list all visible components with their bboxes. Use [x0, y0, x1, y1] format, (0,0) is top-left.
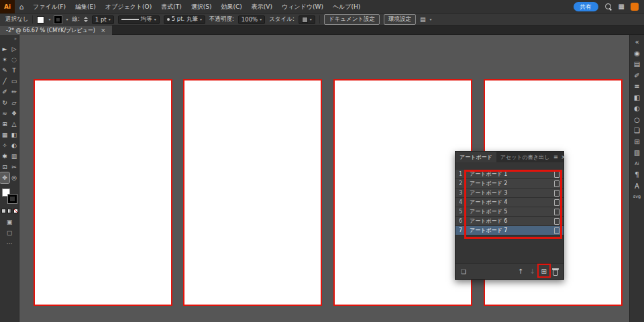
artboard-row-5[interactable]: 5 アートボード 5 [455, 207, 564, 217]
artboard-page-icon[interactable] [554, 180, 559, 187]
menu-file[interactable]: ファイル(F) [28, 0, 70, 13]
gradient-panel-icon[interactable]: ◧ [634, 94, 640, 101]
svg-interactivity-panel-icon[interactable]: svg [633, 193, 641, 201]
layers-panel-icon[interactable]: ❏ [634, 127, 640, 134]
brushes-panel-icon[interactable]: ✐ [634, 72, 639, 79]
column-graph-tool[interactable]: ▥ [9, 151, 19, 162]
direct-selection-tool[interactable]: ▷ [9, 44, 19, 54]
menu-edit[interactable]: 編集(E) [70, 0, 101, 13]
stroke-width-stepper[interactable] [84, 17, 88, 22]
fill-color-swatch[interactable] [37, 16, 44, 23]
opacity-dropdown[interactable]: 100% ▾ [238, 15, 265, 24]
stroke-panel-icon[interactable]: ≡ [634, 83, 639, 90]
color-button[interactable] [1, 209, 6, 213]
artboard-row-2[interactable]: 2 アートボード 2 [455, 179, 564, 189]
stroke-width-dropdown[interactable]: 1 pt ▾ [92, 15, 114, 24]
artboard-page-icon[interactable] [554, 218, 559, 225]
artboard-name[interactable]: アートボード 5 [466, 208, 554, 215]
width-profile-dropdown[interactable]: 均等 ▾ [118, 15, 160, 24]
lasso-tool[interactable]: ◌ [9, 54, 19, 65]
draw-mode-icon[interactable]: ▣ [7, 219, 13, 225]
share-button[interactable]: 共有 [574, 2, 598, 11]
hand-tool[interactable]: ✥ [0, 172, 9, 183]
artboard-name[interactable]: アートボード 6 [466, 217, 554, 225]
move-up-icon[interactable]: ↑ [518, 268, 523, 275]
document-setup-button[interactable]: ドキュメント設定 [324, 14, 380, 25]
line-segment-tool[interactable]: ╱ [0, 76, 9, 87]
document-tab[interactable]: -2* @ 66.67 % (CMYK/プレビュー) × [0, 25, 112, 35]
panel-close-icon[interactable]: × [561, 154, 566, 160]
rectangle-tool[interactable]: ▭ [9, 76, 19, 87]
tab-artboards[interactable]: アートボード [455, 152, 496, 162]
artboard-tool[interactable]: ⊡ [0, 162, 9, 172]
fill-caret-icon[interactable]: ▾ [48, 17, 50, 21]
tab-close-icon[interactable]: × [101, 27, 106, 34]
width-tool[interactable]: ≈ [0, 108, 9, 119]
workspace-switcher-icon[interactable]: ▤ [420, 16, 426, 23]
ai-assistant-panel-icon[interactable]: Ai [635, 160, 639, 168]
more-tools-icon[interactable]: ⋯ [7, 240, 13, 247]
screen-mode-icon[interactable]: ▢ [7, 229, 13, 236]
illustrator-logo-icon[interactable]: Ai [0, 0, 15, 13]
character-panel-icon[interactable]: A [635, 182, 639, 190]
tab-asset-export[interactable]: アセットの書き出し [496, 152, 553, 162]
search-icon[interactable] [604, 3, 612, 11]
free-transform-tool[interactable]: ❖ [9, 108, 19, 119]
brush-definition-dropdown[interactable]: 5 pt. 丸筆 ▾ [164, 15, 205, 24]
pencil-tool[interactable]: ✏ [9, 87, 19, 97]
symbol-sprayer-tool[interactable]: ✱ [0, 151, 9, 162]
artboard-name[interactable]: アートボード 1 [466, 170, 554, 178]
notification-icon[interactable] [631, 3, 639, 11]
artboard-name[interactable]: アートボード 3 [466, 189, 554, 197]
gradient-tool[interactable]: ◧ [9, 129, 19, 140]
delete-artboard-icon[interactable] [553, 270, 558, 276]
paragraph-panel-icon[interactable]: ¶ [635, 171, 639, 178]
new-artboard-icon[interactable]: ⊞ [541, 268, 547, 275]
selection-tool[interactable]: ► [0, 44, 9, 54]
artboard-row-6[interactable]: 6 アートボード 6 [455, 217, 564, 226]
menu-window[interactable]: ウィンドウ(W) [277, 0, 328, 13]
shape-builder-tool[interactable]: ⊞ [0, 119, 9, 129]
menu-type[interactable]: 書式(T) [156, 0, 186, 13]
menu-help[interactable]: ヘルプ(H) [328, 0, 365, 13]
artboard-row-3[interactable]: 3 アートボード 3 [455, 189, 564, 198]
stroke-proxy-swatch[interactable] [8, 195, 17, 203]
move-down-icon[interactable]: ↓ [529, 268, 535, 275]
apps-grid-icon[interactable]: ▦ [619, 3, 625, 10]
gradient-button[interactable] [7, 209, 12, 213]
artboard-row-7[interactable]: 7 アートボード 7 [455, 226, 564, 235]
home-icon[interactable]: ⌂ [15, 0, 28, 13]
collapse-panels-icon[interactable]: « [635, 38, 639, 46]
artboard-name[interactable]: アートボード 2 [466, 180, 554, 187]
appearance-panel-icon[interactable]: ○ [634, 116, 640, 123]
artboard-page-icon[interactable] [554, 209, 559, 215]
paintbrush-tool[interactable]: ✐ [0, 87, 9, 97]
artboard-page-icon[interactable] [554, 227, 559, 234]
magic-wand-tool[interactable]: ✶ [0, 54, 9, 65]
stroke-caret-icon[interactable]: ▾ [66, 17, 68, 21]
menu-view[interactable]: 表示(V) [247, 0, 277, 13]
panel-menu-icon[interactable]: ≡ [553, 154, 558, 160]
slice-tool[interactable]: ✂ [9, 162, 19, 172]
mesh-tool[interactable]: ▦ [0, 129, 9, 140]
workspace-caret-icon[interactable]: ▾ [430, 17, 432, 21]
artboard-row-4[interactable]: 4 アートボード 4 [455, 198, 564, 207]
menu-effect[interactable]: 効果(C) [216, 0, 246, 13]
rotate-tool[interactable]: ↻ [0, 97, 9, 108]
rearrange-artboards-icon[interactable]: ❏ [461, 268, 466, 275]
artboard-page-icon[interactable] [554, 199, 559, 206]
eyedropper-tool[interactable]: ✧ [0, 140, 9, 151]
libraries-panel-icon[interactable]: ▥ [634, 149, 640, 156]
none-button[interactable] [13, 209, 18, 213]
preferences-button[interactable]: 環境設定 [384, 14, 416, 25]
artboard-name[interactable]: アートボード 7 [466, 227, 554, 234]
blend-tool[interactable]: ◐ [9, 140, 19, 151]
artboards-panel-icon[interactable]: ⊞ [634, 138, 639, 146]
artboard-3[interactable] [333, 79, 472, 306]
artboard-name[interactable]: アートボード 4 [466, 199, 554, 206]
artboard-1[interactable] [34, 79, 172, 306]
artboard-page-icon[interactable] [554, 171, 559, 178]
pen-tool[interactable]: ✎ [0, 65, 9, 76]
artboard-2[interactable] [183, 79, 322, 306]
artboard-row-1[interactable]: 1 アートボード 1 [455, 170, 564, 179]
